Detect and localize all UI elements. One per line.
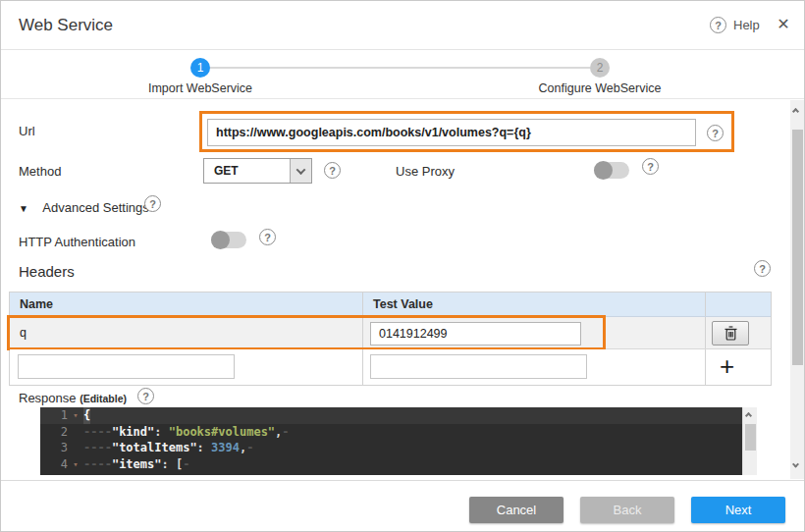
fold-icon[interactable]: ▾ <box>68 456 83 473</box>
trash-icon <box>724 326 737 341</box>
url-label: Url <box>19 124 35 138</box>
advanced-settings-help-icon[interactable]: ? <box>144 195 161 212</box>
use-proxy-help-icon[interactable]: ? <box>642 158 659 175</box>
title-bar: Web Service ? Help ✕ <box>1 1 804 50</box>
next-button[interactable]: Next <box>691 497 785 523</box>
code-token-number: 3394 <box>211 440 240 456</box>
header-test-value-input[interactable] <box>370 322 581 346</box>
close-icon[interactable]: ✕ <box>774 15 793 33</box>
add-header-button[interactable]: + <box>720 351 734 381</box>
footer-bar: Cancel Back Next <box>1 480 804 532</box>
line-number: 2 <box>40 424 68 441</box>
code-token-ws: ---- <box>83 440 112 456</box>
step-2-circle[interactable]: 2 <box>590 58 610 78</box>
headers-help-icon[interactable]: ? <box>754 260 771 277</box>
response-editable-label: (Editable) <box>80 393 127 404</box>
collapse-triangle-icon: ▼ <box>19 203 28 214</box>
fold-spacer <box>68 424 83 441</box>
url-highlight-box: ? <box>199 111 734 152</box>
code-lines: 1▾{2----"kind": "books#volumes",-3----"t… <box>40 407 757 472</box>
dialog-scrollbar-thumb[interactable] <box>792 130 803 365</box>
step-connector-line <box>210 67 590 69</box>
code-token-key: "totalItems" <box>112 440 197 456</box>
new-header-name-input[interactable] <box>18 354 235 379</box>
code-token-punct: , <box>240 440 246 456</box>
use-proxy-toggle-knob <box>594 161 613 180</box>
form-content: Url ? Method GET ? Use Proxy ? ▼ Advance… <box>1 100 805 479</box>
code-token-string: "books#volumes" <box>169 424 275 441</box>
help-button[interactable]: ? Help <box>710 17 760 33</box>
code-token-brace-hl: { <box>83 407 90 424</box>
response-label: Response (Editable) <box>19 391 127 405</box>
code-token-key: "kind" <box>112 424 154 441</box>
use-proxy-label: Use Proxy <box>396 164 455 179</box>
response-label-text: Response <box>19 391 77 405</box>
code-line: 2----"kind": "books#volumes",- <box>40 424 757 441</box>
code-token-punct: , <box>275 424 282 441</box>
advanced-settings-label: Advanced Settings <box>42 200 148 215</box>
line-number: 4 <box>40 456 68 473</box>
url-help-icon[interactable]: ? <box>707 125 724 141</box>
header-row-1: q <box>10 317 771 349</box>
new-header-test-value-cell <box>363 349 706 385</box>
scroll-up-icon[interactable] <box>792 108 799 115</box>
code-token-ws: ---- <box>83 424 112 441</box>
back-button[interactable]: Back <box>580 497 674 523</box>
method-select[interactable]: GET <box>203 158 312 184</box>
line-number: 3 <box>40 440 68 456</box>
new-header-actions: + <box>706 349 771 385</box>
http-auth-toggle-knob <box>211 231 230 249</box>
header-name-value[interactable]: q <box>10 317 363 348</box>
editor-scroll-up-icon[interactable] <box>745 412 752 419</box>
step-2-label: Configure WebService <box>502 81 698 95</box>
test-value-column-header: Test Value <box>363 293 706 316</box>
help-label[interactable]: Help <box>733 18 760 32</box>
response-help-icon[interactable]: ? <box>137 388 154 404</box>
delete-header-button[interactable] <box>712 321 749 346</box>
code-line: 1▾{ <box>40 407 757 424</box>
response-code-editor[interactable]: 1▾{2----"kind": "books#volumes",-3----"t… <box>40 407 757 475</box>
use-proxy-toggle[interactable] <box>594 162 629 179</box>
new-header-test-value-input[interactable] <box>370 354 587 379</box>
fold-icon[interactable]: ▾ <box>68 407 83 424</box>
chevron-down-icon <box>296 165 306 175</box>
method-label: Method <box>19 164 61 179</box>
web-service-dialog: Web Service ? Help ✕ 1 Import WebService… <box>0 0 805 532</box>
code-token-ws: - <box>282 424 289 441</box>
actions-column-header <box>706 293 771 316</box>
code-token-punct: : <box>197 440 211 456</box>
step-1-circle[interactable]: 1 <box>190 58 210 78</box>
editor-scrollbar[interactable] <box>742 407 757 475</box>
url-input[interactable] <box>207 119 696 146</box>
code-token-ws: ---- <box>83 456 112 473</box>
method-help-icon[interactable]: ? <box>324 162 341 179</box>
header-test-value-cell <box>363 317 706 348</box>
name-column-header: Name <box>10 293 363 316</box>
method-selected-value: GET <box>214 159 239 183</box>
code-token-ws: - <box>183 456 189 473</box>
code-token-ws: - <box>246 440 253 456</box>
http-auth-help-icon[interactable]: ? <box>259 229 276 245</box>
code-token-key: "items" <box>112 456 162 473</box>
headers-table: Name Test Value q <box>9 292 772 386</box>
fold-spacer <box>68 440 83 456</box>
help-icon[interactable]: ? <box>710 17 726 33</box>
http-auth-toggle[interactable] <box>211 232 246 248</box>
code-token-punct: : <box>154 424 168 441</box>
method-dropdown-button[interactable] <box>290 159 311 183</box>
code-token-punct: : <box>161 456 175 473</box>
code-token-punct: [ <box>176 456 183 473</box>
wizard-stepper: 1 Import WebService 2 Configure WebServi… <box>1 51 804 99</box>
editor-scrollbar-thumb[interactable] <box>745 424 756 451</box>
advanced-settings-toggle[interactable]: ▼ Advanced Settings <box>19 198 149 216</box>
step-1-label: Import WebService <box>102 81 298 95</box>
code-line: 4▾----"items": [- <box>40 456 757 473</box>
cancel-button[interactable]: Cancel <box>469 497 564 523</box>
http-auth-label: HTTP Authentication <box>19 235 135 249</box>
dialog-title: Web Service <box>19 1 113 50</box>
dialog-scrollbar[interactable] <box>790 100 805 479</box>
header-row-actions <box>706 317 771 348</box>
scroll-down-icon[interactable] <box>792 461 799 468</box>
line-number: 1 <box>40 407 68 424</box>
code-line: 3----"totalItems": 3394,- <box>40 440 757 456</box>
